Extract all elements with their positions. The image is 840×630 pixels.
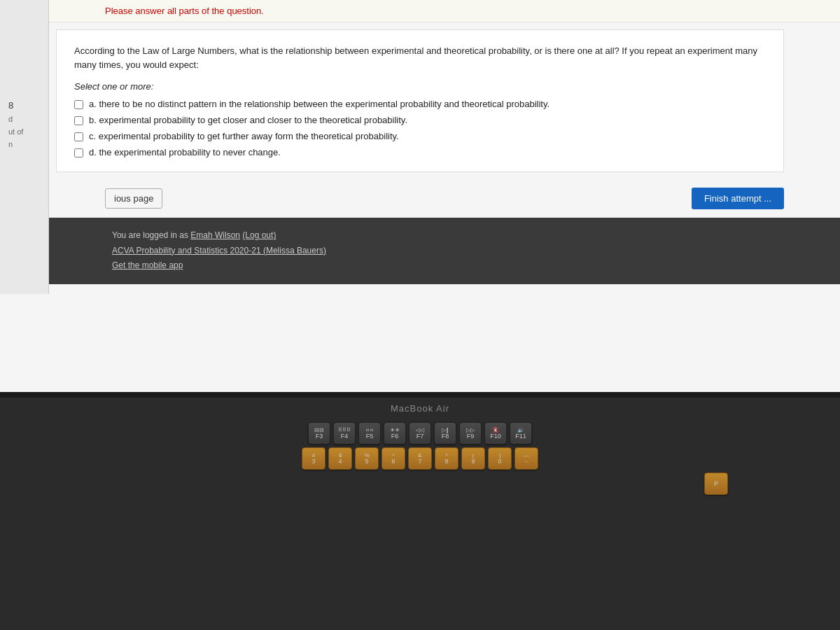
option-c: c. experimental probability to get furth… bbox=[74, 131, 766, 141]
question-text: According to the Law of Large Numbers, w… bbox=[74, 44, 766, 71]
finish-attempt-button[interactable]: Finish attempt ... bbox=[692, 188, 784, 209]
number-key-row: # 3 $ 4 % 5 ^ 6 & 7 * 8 bbox=[112, 447, 728, 470]
key-f5[interactable]: ⠶⠶ F5 bbox=[358, 422, 381, 444]
checkbox-a[interactable] bbox=[74, 100, 83, 109]
bottom-key-row: P bbox=[112, 472, 728, 495]
previous-page-button[interactable]: ious page bbox=[105, 188, 162, 209]
key-f8[interactable]: ▷‖ F8 bbox=[434, 422, 456, 444]
option-a: a. there to be no distinct pattern in th… bbox=[74, 99, 766, 109]
logout-link[interactable]: (Log out) bbox=[242, 230, 276, 240]
sidebar-d-label: d bbox=[8, 115, 13, 123]
sidebar-question-number: 8 bbox=[8, 98, 40, 113]
key-6-caret[interactable]: ^ 6 bbox=[382, 447, 405, 470]
footer: You are logged in as Emah Wilson (Log ou… bbox=[0, 218, 840, 284]
mobile-app-link[interactable]: Get the mobile app bbox=[112, 260, 183, 270]
key-f10[interactable]: 🔇 F10 bbox=[484, 422, 507, 444]
footer-mobile-line: Get the mobile app bbox=[112, 258, 728, 274]
footer-login-line: You are logged in as Emah Wilson (Log ou… bbox=[112, 228, 728, 244]
option-c-label: c. experimental probability to get furth… bbox=[89, 131, 399, 141]
user-name-link[interactable]: Emah Wilson bbox=[190, 230, 240, 240]
checkbox-c[interactable] bbox=[74, 132, 83, 141]
select-label: Select one or more: bbox=[74, 81, 766, 92]
option-d-label: d. the experimental probability to never… bbox=[89, 147, 281, 158]
warning-bar: Please answer all parts of the question. bbox=[49, 0, 840, 22]
sidebar-label-d: d bbox=[8, 113, 40, 125]
warning-text: Please answer all parts of the question. bbox=[105, 6, 264, 16]
key-f3[interactable]: ⊟⊟ F3 bbox=[308, 422, 330, 444]
key-3-hash[interactable]: # 3 bbox=[302, 447, 326, 470]
key-4-dollar[interactable]: $ 4 bbox=[328, 447, 352, 470]
checkbox-b[interactable] bbox=[74, 116, 83, 125]
keyboard: ⊟⊟ F3 ⠿⠿⠿ F4 ⠶⠶ F5 ☀☀ F6 ◁◁ F7 ▷‖ F8 bbox=[105, 416, 735, 505]
sidebar-n: n bbox=[8, 138, 40, 150]
key-p[interactable]: P bbox=[704, 472, 728, 495]
logged-in-text: You are logged in as bbox=[112, 230, 190, 240]
macbook-label: MacBook Air bbox=[391, 398, 449, 416]
footer-course-line: ACVA Probability and Statistics 2020-21 … bbox=[112, 244, 728, 259]
course-link[interactable]: ACVA Probability and Statistics 2020-21 … bbox=[112, 246, 326, 255]
left-sidebar: 8 d ut of n bbox=[0, 0, 49, 294]
key-f9[interactable]: ▷▷ F9 bbox=[459, 422, 482, 444]
key-dash[interactable]: — - bbox=[514, 447, 538, 470]
key-f4[interactable]: ⠿⠿⠿ F4 bbox=[333, 422, 356, 444]
option-d: d. the experimental probability to never… bbox=[74, 147, 766, 158]
key-f6[interactable]: ☀☀ F6 bbox=[384, 422, 406, 444]
screen-bezel bbox=[0, 392, 840, 398]
option-a-label: a. there to be no distinct pattern in th… bbox=[89, 99, 550, 109]
key-0-paren[interactable]: ) 0 bbox=[488, 447, 512, 470]
key-f7[interactable]: ◁◁ F7 bbox=[409, 422, 431, 444]
key-f11[interactable]: 🔉 F11 bbox=[510, 422, 532, 444]
key-7-ampersand[interactable]: & 7 bbox=[408, 447, 432, 470]
fn-key-row: ⊟⊟ F3 ⠿⠿⠿ F4 ⠶⠶ F5 ☀☀ F6 ◁◁ F7 ▷‖ F8 bbox=[112, 422, 728, 444]
navigation-bar: ious page Finish attempt ... bbox=[49, 179, 840, 218]
sidebar-out-of-label: ut of bbox=[8, 127, 23, 136]
key-8-asterisk[interactable]: * 8 bbox=[435, 447, 458, 470]
sidebar-n-label: n bbox=[8, 140, 13, 148]
option-b: b. experimental probability to get close… bbox=[74, 115, 766, 125]
question-container: According to the Law of Large Numbers, w… bbox=[56, 29, 784, 172]
key-5-percent[interactable]: % 5 bbox=[355, 447, 379, 470]
checkbox-d[interactable] bbox=[74, 148, 83, 158]
option-list: a. there to be no distinct pattern in th… bbox=[74, 99, 766, 158]
question-number-display: 8 bbox=[8, 100, 13, 111]
sidebar-out-of: ut of bbox=[8, 125, 40, 138]
option-b-label: b. experimental probability to get close… bbox=[89, 115, 407, 125]
key-9-paren[interactable]: ( 9 bbox=[461, 447, 485, 470]
keyboard-area: MacBook Air ⊟⊟ F3 ⠿⠿⠿ F4 ⠶⠶ F5 ☀☀ F6 ◁◁ … bbox=[0, 398, 840, 630]
